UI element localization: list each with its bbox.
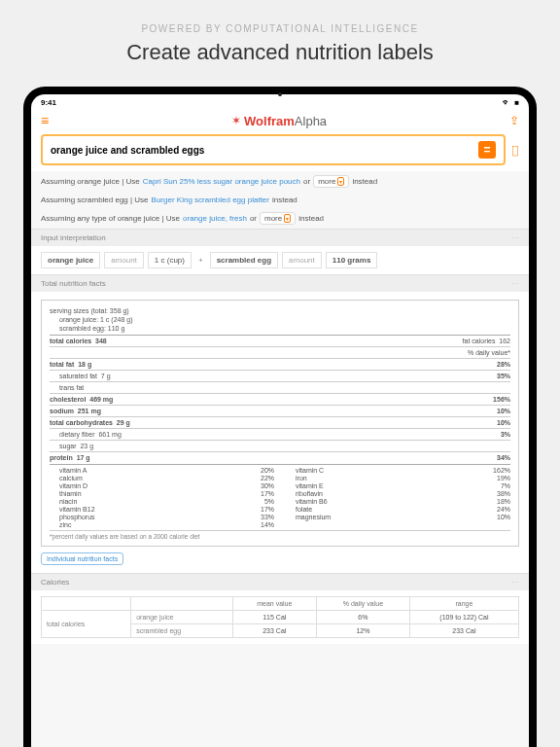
interp-cell: amount: [282, 252, 322, 268]
value: 18 g: [78, 361, 91, 368]
value: 348: [95, 338, 107, 344]
label: fat calories: [463, 338, 496, 344]
vitamins-grid: vitamin A20% vitamin C162% calcium22% ir…: [50, 464, 510, 528]
percent: 24%: [497, 506, 510, 513]
percent: 22%: [261, 475, 274, 481]
assumption-text: Assuming scrambled egg | Use: [41, 196, 149, 204]
label: vitamin A: [59, 467, 87, 474]
compute-button[interactable]: =: [478, 141, 496, 159]
camera-icon[interactable]: ⌷: [511, 143, 519, 158]
cell: 115 Cal: [232, 611, 317, 624]
label: niacin: [59, 498, 77, 505]
percent: 17%: [261, 506, 274, 513]
label: total carbohydrates: [50, 419, 113, 426]
percent: 38%: [497, 490, 510, 497]
top-bar: ≡ ✶ WolframAlpha ⇪: [31, 109, 529, 134]
value: 7 g: [101, 373, 111, 379]
percent: 5%: [264, 498, 274, 505]
section-dots-icon[interactable]: ⋯: [511, 279, 519, 288]
value: 661 mg: [98, 431, 121, 438]
value: 29 g: [117, 419, 130, 426]
cell: 233 Cal: [232, 624, 317, 638]
assumption-link[interactable]: Capri Sun 25% less sugar orange juice po…: [143, 177, 300, 186]
label: calcium: [59, 475, 83, 481]
menu-icon[interactable]: ≡: [41, 113, 49, 128]
assumption-text: instead: [298, 214, 324, 223]
assumption-text: instead: [272, 196, 298, 204]
serving-item: orange juice: 1 c (248 g): [50, 316, 133, 323]
percent: 162%: [493, 467, 510, 474]
individual-nutrition-button[interactable]: Individual nutrition facts: [41, 552, 123, 565]
chevron-down-icon: ▾: [337, 177, 344, 186]
value: 251 mg: [78, 408, 101, 414]
footnote: *percent daily values are based on a 200…: [50, 530, 510, 540]
interp-value: 1 c: [155, 256, 165, 265]
search-input[interactable]: [51, 145, 478, 156]
assumption-text: Assuming orange juice | Use: [41, 177, 140, 186]
nutrition-table: serving sizes (total: 358 g) orange juic…: [41, 300, 519, 547]
daily-value-header: % daily value*: [468, 349, 510, 356]
label: total fat: [50, 361, 74, 368]
col-header: mean value: [232, 597, 317, 611]
value: 469 mg: [89, 396, 113, 403]
label: dietary fiber: [59, 431, 95, 438]
label: protein: [50, 454, 73, 461]
more-button[interactable]: more▾: [313, 175, 349, 188]
assumption-link[interactable]: Burger King scrambled egg platter: [152, 196, 269, 204]
label: vitamin D: [59, 482, 88, 489]
percent: 34%: [497, 454, 510, 461]
section-dots-icon[interactable]: ⋯: [511, 578, 519, 587]
status-time: 9:41: [41, 98, 56, 107]
logo-alpha: Alpha: [295, 114, 327, 128]
label: vitamin B12: [59, 506, 95, 513]
label: magnesium: [296, 514, 331, 520]
assumption-text: Assuming any type of orange juice | Use: [41, 214, 180, 223]
more-label: more: [264, 214, 282, 223]
assumption-row: Assuming scrambled egg | Use Burger King…: [31, 192, 529, 208]
headline: Create advanced nutrition labels: [0, 40, 560, 65]
device-frame: 9:41 ᯤ ■ ≡ ✶ WolframAlpha ⇪ = ⌷ Assuming…: [23, 87, 537, 747]
wifi-icon: ᯤ: [503, 98, 510, 107]
section-label: Total nutrition facts: [41, 279, 106, 288]
search-box[interactable]: =: [41, 134, 506, 165]
col-header: % daily value: [317, 597, 410, 611]
label: sodium: [50, 408, 74, 414]
percent: 156%: [493, 396, 510, 403]
input-interpretation: orange juice amount 1 c (cup) + scramble…: [31, 246, 529, 274]
search-row: = ⌷: [31, 134, 529, 171]
percent: 30%: [261, 482, 274, 489]
value: 23 g: [80, 443, 93, 449]
content: Assuming orange juice | Use Capri Sun 25…: [31, 171, 529, 747]
interp-cell: orange juice: [41, 252, 100, 268]
percent: 33%: [261, 514, 274, 520]
section-title: Calories ⋯: [31, 573, 529, 590]
row-header: total calories: [42, 611, 131, 638]
status-icons: ᯤ ■: [501, 98, 519, 107]
screen: 9:41 ᯤ ■ ≡ ✶ WolframAlpha ⇪ = ⌷ Assuming…: [31, 94, 529, 747]
percent: 18%: [497, 498, 510, 505]
more-label: more: [318, 177, 335, 186]
percent: 20%: [261, 467, 274, 474]
interp-cell: 110 grams: [326, 252, 378, 268]
section-label: Calories: [41, 578, 69, 587]
more-button[interactable]: more▾: [260, 212, 296, 225]
percent: 14%: [261, 521, 274, 528]
label: vitamin B6: [296, 498, 328, 505]
label: total calories: [50, 338, 91, 344]
label: cholesterol: [50, 396, 86, 403]
share-icon[interactable]: ⇪: [509, 114, 519, 127]
section-dots-icon[interactable]: ⋯: [511, 233, 519, 242]
assumption-link[interactable]: orange juice, fresh: [183, 214, 247, 223]
section-title: Input interpretation ⋯: [31, 229, 529, 246]
label: thiamin: [59, 490, 82, 497]
label: vitamin E: [296, 482, 324, 489]
logo-icon: ✶: [231, 114, 241, 127]
label: folate: [296, 506, 312, 513]
logo-wolfram: Wolfram: [244, 114, 295, 128]
row-name: orange juice: [131, 611, 232, 624]
percent: 10%: [497, 408, 510, 414]
device-camera-dot: [278, 92, 282, 96]
label: saturated fat: [59, 373, 97, 379]
serving-item: scrambled egg: 110 g: [50, 325, 124, 332]
chevron-down-icon: ▾: [284, 214, 291, 223]
